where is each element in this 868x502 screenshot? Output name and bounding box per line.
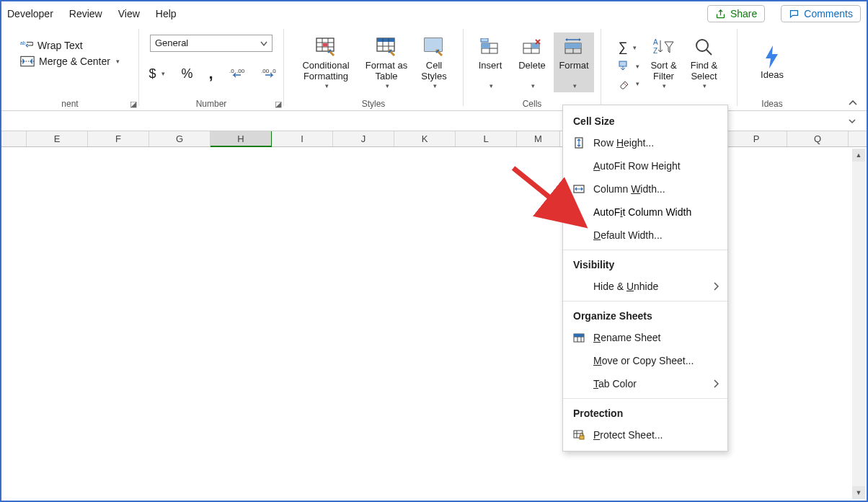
col-header[interactable]: F <box>88 131 149 146</box>
format-as-table-button[interactable]: Format as Table ▾ <box>360 32 412 93</box>
delete-cells-button[interactable]: Delete▾ <box>512 32 552 93</box>
decrease-decimal-button[interactable]: .00.0 <box>257 65 281 82</box>
ribbon-body: ab Wrap Text Merge & Center ▾ nent ◪ Gen… <box>1 25 867 111</box>
worksheet-grid[interactable] <box>1 149 867 501</box>
menu-column-width[interactable]: Column Width... <box>563 177 727 201</box>
conditional-formatting-icon <box>315 35 337 60</box>
ribbon-tabs: Developer Review View Help Share Comment… <box>1 1 867 25</box>
tab-developer[interactable]: Developer <box>7 5 53 22</box>
comma-format-button[interactable]: , <box>204 62 217 85</box>
menu-autofit-column-width[interactable]: AutoFit Column Width <box>563 201 727 224</box>
share-button[interactable]: Share <box>707 5 765 22</box>
number-format-dropdown[interactable]: General <box>150 35 273 52</box>
wrap-text-button[interactable]: ab Wrap Text <box>16 38 87 53</box>
col-header[interactable]: K <box>394 131 456 146</box>
menu-label: Hide & Unhide <box>593 281 658 292</box>
col-header[interactable]: L <box>456 131 517 146</box>
tab-view[interactable]: View <box>118 5 140 22</box>
find-select-button[interactable]: Find & Select ▾ <box>684 32 725 93</box>
chevron-down-icon <box>260 41 267 47</box>
col-header[interactable]: J <box>333 131 394 146</box>
svg-rect-11 <box>425 38 442 51</box>
menu-move-copy-sheet[interactable]: Move or Copy Sheet... <box>563 349 727 372</box>
svg-rect-7 <box>323 43 328 47</box>
sort-filter-button[interactable]: AZ Sort & Filter ▾ <box>644 32 684 93</box>
col-header-blank[interactable] <box>1 131 27 146</box>
column-headers: E F G H I J K L M P Q <box>1 131 867 147</box>
col-header[interactable]: G <box>149 131 211 146</box>
scroll-up-button[interactable]: ▲ <box>852 149 865 162</box>
insert-cells-button[interactable]: Insert▾ <box>470 32 510 93</box>
merge-center-label: Merge & Center <box>39 56 110 67</box>
fill-button[interactable]: ▾ <box>614 58 644 74</box>
comments-button[interactable]: Comments <box>781 5 861 22</box>
svg-point-22 <box>696 40 708 51</box>
menu-hide-unhide[interactable]: Hide & Unhide <box>563 275 727 298</box>
scroll-down-button[interactable]: ▼ <box>852 486 865 499</box>
increase-decimal-button[interactable]: .0.00 <box>225 65 249 82</box>
menu-label: AutoFit Row Height <box>593 160 681 172</box>
eraser-icon <box>619 78 630 89</box>
group-label: Ideas <box>761 97 782 109</box>
chevron-down-icon: ▾ <box>573 82 577 90</box>
accounting-format-button[interactable]: $▾ <box>144 64 169 84</box>
chevron-down-icon: ▾ <box>490 82 493 90</box>
menu-label: Rename Sheet <box>593 332 660 343</box>
percent-format-button[interactable]: % <box>177 64 197 84</box>
menu-autofit-row-height[interactable]: AutoFit Row Height <box>563 154 727 177</box>
format-as-table-label: Format as Table <box>363 60 409 82</box>
formula-bar-expand[interactable] <box>848 118 856 125</box>
tab-review[interactable]: Review <box>69 5 102 22</box>
menu-section-organize: Organize Sheets <box>563 304 727 326</box>
number-dialog-launcher[interactable]: ◪ <box>275 100 282 109</box>
col-header[interactable]: E <box>27 131 88 146</box>
group-styles: Conditional Formatting ▾ Format as Table… <box>284 25 463 110</box>
comments-label: Comments <box>804 8 853 19</box>
group-ideas: Ideas Ideas <box>738 25 807 110</box>
clear-button[interactable]: ▾ <box>614 76 644 92</box>
svg-rect-18 <box>565 43 581 48</box>
col-header[interactable]: M <box>517 131 560 146</box>
collapse-ribbon-button[interactable] <box>848 99 858 106</box>
vertical-scrollbar[interactable]: ▲ ▼ <box>852 149 865 499</box>
menu-label: Protect Sheet... <box>593 429 663 441</box>
chevron-up-icon <box>848 99 858 106</box>
tab-help[interactable]: Help <box>156 5 177 22</box>
col-header-selected[interactable]: H <box>211 131 272 147</box>
svg-text:A: A <box>653 38 658 46</box>
lightning-icon <box>763 45 781 69</box>
chevron-down-icon <box>848 118 856 125</box>
ideas-button[interactable]: Ideas <box>752 42 792 84</box>
autosum-button[interactable]: ∑▾ <box>614 38 644 57</box>
chevron-down-icon: ▾ <box>633 44 637 51</box>
col-header[interactable]: I <box>272 131 333 146</box>
menu-rename-sheet[interactable]: Rename Sheet <box>563 326 727 349</box>
chevron-down-icon: ▾ <box>325 82 329 90</box>
group-number: General $▾ % , .0.00 .00.0 Number ◪ <box>139 25 283 110</box>
menu-protect-sheet[interactable]: Protect Sheet... <box>563 423 727 446</box>
format-cells-button[interactable]: Format▾ <box>554 32 594 93</box>
col-header[interactable]: Q <box>787 131 849 146</box>
menu-tab-color[interactable]: Tab Color <box>563 372 727 395</box>
chevron-down-icon: ▾ <box>116 58 120 65</box>
wrap-text-label: Wrap Text <box>37 40 83 51</box>
menu-default-width[interactable]: Default Width... <box>563 224 727 247</box>
formula-bar <box>1 111 867 131</box>
share-label: Share <box>730 8 757 19</box>
col-header[interactable]: P <box>726 131 787 146</box>
menu-label: Tab Color <box>593 378 637 389</box>
chevron-down-icon: ▾ <box>636 63 639 70</box>
group-cells: Insert▾ Delete▾ Format▾ Cells <box>464 25 601 110</box>
merge-center-button[interactable]: Merge & Center ▾ <box>16 53 124 69</box>
conditional-formatting-button[interactable]: Conditional Formatting ▾ <box>293 32 359 93</box>
menu-section-protection: Protection <box>563 402 727 423</box>
chevron-down-icon: ▾ <box>161 70 165 77</box>
menu-row-height[interactable]: Row Height... <box>563 131 727 154</box>
alignment-dialog-launcher[interactable]: ◪ <box>130 100 137 109</box>
decrease-decimal-icon: .00.0 <box>261 67 277 80</box>
conditional-formatting-label: Conditional Formatting <box>296 60 356 82</box>
cell-styles-button[interactable]: Cell Styles ▾ <box>414 32 454 93</box>
sigma-icon: ∑ <box>619 40 628 55</box>
merge-center-icon <box>20 56 35 67</box>
svg-text:.0: .0 <box>229 68 234 74</box>
